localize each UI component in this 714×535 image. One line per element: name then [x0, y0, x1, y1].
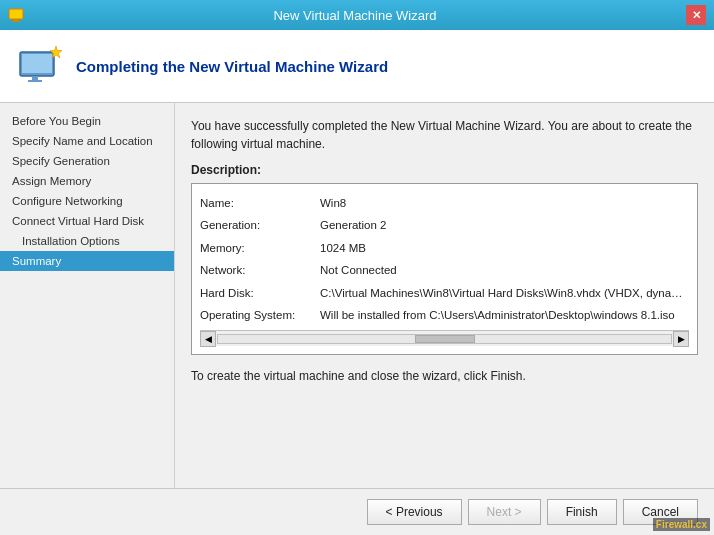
desc-row: Name:Win8 [200, 192, 689, 214]
sidebar-item-before-you-begin[interactable]: Before You Begin [0, 111, 174, 131]
scroll-thumb[interactable] [415, 335, 475, 343]
desc-key: Hard Disk: [200, 284, 320, 302]
title-bar-text: New Virtual Machine Wizard [24, 8, 686, 23]
previous-button[interactable]: < Previous [367, 499, 462, 525]
desc-value: 1024 MB [320, 239, 366, 257]
dialog-header: Completing the New Virtual Machine Wizar… [0, 30, 714, 103]
app-icon [8, 7, 24, 23]
desc-key: Name: [200, 194, 320, 212]
cancel-button[interactable]: Cancel [623, 499, 698, 525]
description-scrollbar[interactable]: ◀ ▶ [200, 330, 689, 346]
description-label: Description: [191, 163, 698, 177]
main-panel: You have successfully completed the New … [175, 103, 714, 488]
svg-rect-1 [13, 19, 19, 21]
desc-row: Network:Not Connected [200, 259, 689, 281]
desc-key: Memory: [200, 239, 320, 257]
dialog-content: Before You Begin Specify Name and Locati… [0, 103, 714, 488]
dialog-header-title: Completing the New Virtual Machine Wizar… [76, 58, 388, 75]
desc-value: Will be installed from C:\Users\Administ… [320, 306, 675, 324]
desc-key: Operating System: [200, 306, 320, 324]
close-button[interactable]: ✕ [686, 5, 706, 25]
description-box: Name:Win8Generation:Generation 2Memory:1… [191, 183, 698, 355]
finish-button[interactable]: Finish [547, 499, 617, 525]
desc-value: Not Connected [320, 261, 397, 279]
desc-value: Generation 2 [320, 216, 387, 234]
scroll-left-button[interactable]: ◀ [200, 331, 216, 347]
sidebar-item-name-location[interactable]: Specify Name and Location [0, 131, 174, 151]
finish-text: To create the virtual machine and close … [191, 369, 698, 383]
desc-row: Memory:1024 MB [200, 237, 689, 259]
intro-text: You have successfully completed the New … [191, 117, 698, 153]
sidebar-item-hard-disk[interactable]: Connect Virtual Hard Disk [0, 211, 174, 231]
sidebar-item-generation[interactable]: Specify Generation [0, 151, 174, 171]
desc-row: Operating System:Will be installed from … [200, 304, 689, 326]
dialog: Completing the New Virtual Machine Wizar… [0, 30, 714, 535]
desc-row: Generation:Generation 2 [200, 214, 689, 236]
desc-value: Win8 [320, 194, 346, 212]
desc-key: Generation: [200, 216, 320, 234]
next-button[interactable]: Next > [468, 499, 541, 525]
dialog-footer: < Previous Next > Finish Cancel [0, 488, 714, 535]
svg-rect-4 [22, 54, 52, 73]
sidebar-item-memory[interactable]: Assign Memory [0, 171, 174, 191]
title-bar: New Virtual Machine Wizard ✕ [0, 0, 714, 30]
wizard-icon [16, 42, 64, 90]
desc-value: C:\Virtual Machines\Win8\Virtual Hard Di… [320, 284, 689, 302]
desc-key: Network: [200, 261, 320, 279]
desc-row: Hard Disk:C:\Virtual Machines\Win8\Virtu… [200, 282, 689, 304]
sidebar-item-networking[interactable]: Configure Networking [0, 191, 174, 211]
sidebar-item-installation-options[interactable]: Installation Options [0, 231, 174, 251]
scroll-right-button[interactable]: ▶ [673, 331, 689, 347]
svg-rect-2 [11, 21, 21, 22]
svg-rect-6 [28, 80, 42, 82]
sidebar-item-summary[interactable]: Summary [0, 251, 174, 271]
svg-rect-0 [9, 9, 23, 19]
svg-rect-5 [32, 76, 38, 80]
sidebar: Before You Begin Specify Name and Locati… [0, 103, 175, 488]
scroll-track[interactable] [217, 334, 672, 344]
